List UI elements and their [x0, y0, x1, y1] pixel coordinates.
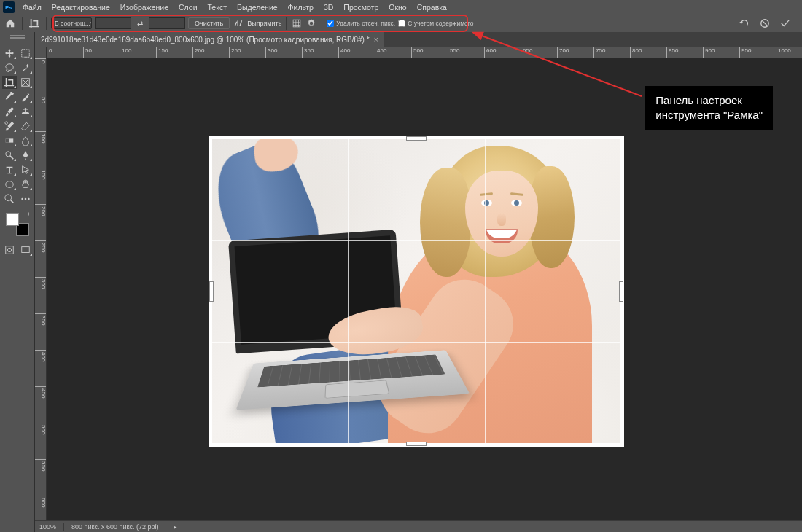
edit-toolbar[interactable] [18, 192, 33, 206]
menu-help[interactable]: Справка [412, 3, 452, 12]
svg-point-7 [5, 181, 13, 188]
overlay-grid-icon[interactable] [291, 17, 303, 29]
blur-tool[interactable] [18, 134, 33, 147]
frame-tool[interactable] [18, 76, 33, 89]
photo-content [211, 138, 621, 444]
eyedropper-tool[interactable] [2, 90, 17, 103]
menu-3d[interactable]: 3D [319, 3, 338, 12]
pen-tool[interactable] [18, 149, 33, 162]
document-tab-bar: 2d991018ae31d43e0de169daa6b48ed0_800x600… [35, 32, 802, 47]
close-icon[interactable]: × [374, 35, 378, 44]
annotation-callout: Панель настроек инструмента "Рамка" [645, 86, 773, 130]
menu-file[interactable]: Файл [17, 3, 47, 12]
healing-brush-tool[interactable] [18, 90, 33, 103]
ruler-tick: 600 [484, 47, 496, 58]
ruler-tick: 0 [35, 58, 47, 63]
ruler-tick: 850 [666, 47, 678, 58]
photo-head [437, 146, 561, 277]
status-chevron-icon[interactable]: ▸ [174, 523, 177, 531]
chevron-down-icon: ▾ [90, 20, 92, 27]
screen-mode-tool[interactable] [18, 243, 33, 257]
document-tab-title: 2d991018ae31d43e0de169daa6b48ed0_800x600… [41, 36, 370, 44]
straighten-icon[interactable] [233, 17, 244, 29]
dodge-tool[interactable] [2, 149, 17, 162]
foreground-color-swatch[interactable] [6, 213, 19, 226]
content-aware-label: С учетом содержимого [408, 20, 473, 27]
horizontal-ruler[interactable]: 0501001502002503003504004505005506006507… [47, 47, 802, 58]
ruler-tick: 50 [35, 95, 47, 103]
ruler-tick: 400 [338, 47, 350, 58]
menu-image[interactable]: Изображение [115, 3, 174, 12]
move-tool[interactable] [2, 47, 17, 60]
zoom-tool[interactable] [2, 192, 17, 206]
quick-mask-tool[interactable] [2, 243, 17, 257]
color-swatches[interactable]: ⤸ [6, 213, 29, 236]
crop-tool[interactable] [2, 76, 17, 89]
app-logo: Ps [3, 1, 15, 13]
svg-point-13 [7, 248, 11, 251]
swap-dimensions-icon[interactable]: ⇄ [134, 17, 146, 29]
menu-window[interactable]: Окно [384, 3, 411, 12]
delete-cropped-checkbox[interactable]: Удалить отсеч. пикс. [327, 20, 395, 27]
ruler-tick: 450 [375, 47, 386, 58]
reset-crop-icon[interactable] [739, 18, 750, 28]
commit-crop-icon[interactable] [780, 18, 790, 28]
clear-button[interactable]: Очистить [188, 17, 230, 29]
lasso-tool[interactable] [2, 61, 17, 74]
hand-tool[interactable] [18, 178, 33, 191]
crop-height-input[interactable] [149, 17, 185, 29]
ruler-origin[interactable] [35, 47, 47, 58]
ruler-tick: 250 [35, 240, 47, 252]
ratio-preset-dropdown[interactable]: В соотнош... ▾ [51, 17, 92, 29]
menu-filter[interactable]: Фильтр [283, 3, 319, 12]
svg-rect-5 [5, 138, 9, 142]
ruler-tick: 350 [302, 47, 314, 58]
ruler-tick: 200 [192, 47, 204, 58]
annotation-line1: Панель настроек [655, 93, 763, 108]
cancel-crop-icon[interactable] [760, 18, 770, 28]
options-bar-right [739, 15, 790, 32]
ruler-tick: 400 [35, 350, 47, 361]
gear-icon[interactable] [305, 17, 317, 29]
menu-type[interactable]: Текст [203, 3, 232, 12]
content-aware-checkbox[interactable]: С учетом содержимого [398, 20, 473, 27]
marquee-tool[interactable] [18, 47, 33, 60]
crop-width-input[interactable] [95, 17, 131, 29]
ruler-tick: 550 [35, 459, 47, 471]
separator [286, 17, 287, 30]
content-aware-input[interactable] [398, 20, 405, 27]
image-with-crop[interactable] [209, 136, 624, 447]
vertical-ruler[interactable]: 050100150200250300350400450500550600650 [35, 58, 47, 520]
ruler-tick: 800 [630, 47, 642, 58]
delete-cropped-input[interactable] [327, 20, 334, 27]
photo-detail [481, 200, 492, 206]
magic-wand-tool[interactable] [18, 61, 33, 74]
home-icon[interactable] [3, 17, 17, 30]
path-selection-tool[interactable] [18, 163, 33, 176]
photo-laptop [228, 226, 457, 394]
document-dimensions[interactable]: 800 пикс. x 600 пикс. (72 ppi) [71, 523, 166, 531]
ruler-tick: 100 [120, 47, 131, 58]
menu-view[interactable]: Просмотр [338, 3, 384, 12]
menu-layer[interactable]: Слои [174, 3, 203, 12]
gradient-tool[interactable] [2, 134, 17, 147]
crop-tool-indicator-icon[interactable] [27, 17, 42, 30]
photo-detail [480, 192, 493, 196]
menu-edit[interactable]: Редактирование [47, 3, 115, 12]
zoom-level[interactable]: 100% [39, 523, 64, 531]
clone-stamp-tool[interactable] [18, 105, 33, 118]
ruler-tick: 250 [229, 47, 241, 58]
eraser-tool[interactable] [18, 120, 33, 133]
shape-tool[interactable] [2, 178, 17, 191]
ruler-tick: 150 [35, 168, 47, 179]
history-brush-tool[interactable] [2, 120, 17, 133]
svg-point-8 [4, 195, 11, 201]
swap-colors-icon[interactable]: ⤸ [26, 211, 31, 217]
panel-grab-handle[interactable] [0, 32, 35, 39]
document-tab[interactable]: 2d991018ae31d43e0de169daa6b48ed0_800x600… [35, 32, 384, 47]
svg-point-3 [4, 122, 7, 125]
brush-tool[interactable] [2, 105, 17, 118]
ruler-tick: 500 [411, 47, 423, 58]
type-tool[interactable] [2, 163, 17, 176]
menu-select[interactable]: Выделение [232, 3, 283, 12]
